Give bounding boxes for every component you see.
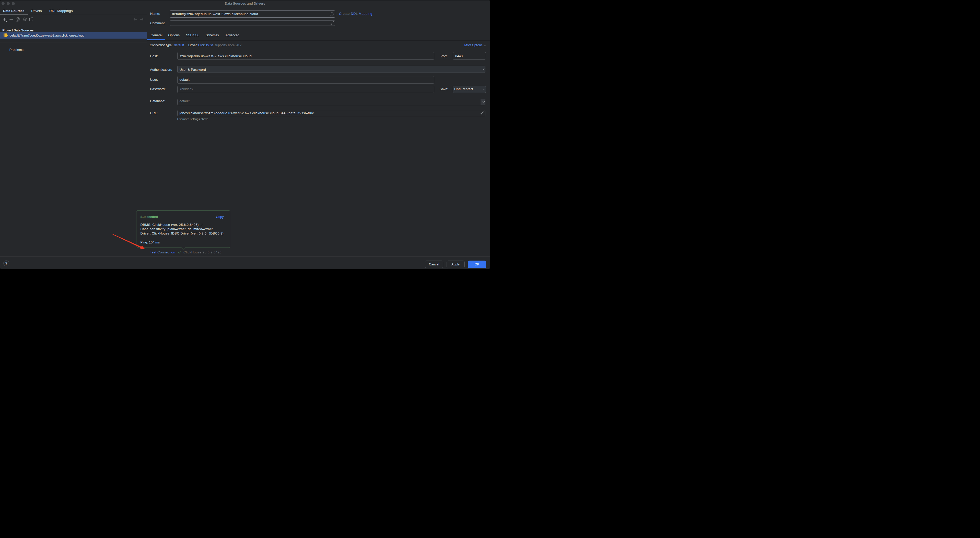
svg-text:?: ? xyxy=(5,261,7,266)
